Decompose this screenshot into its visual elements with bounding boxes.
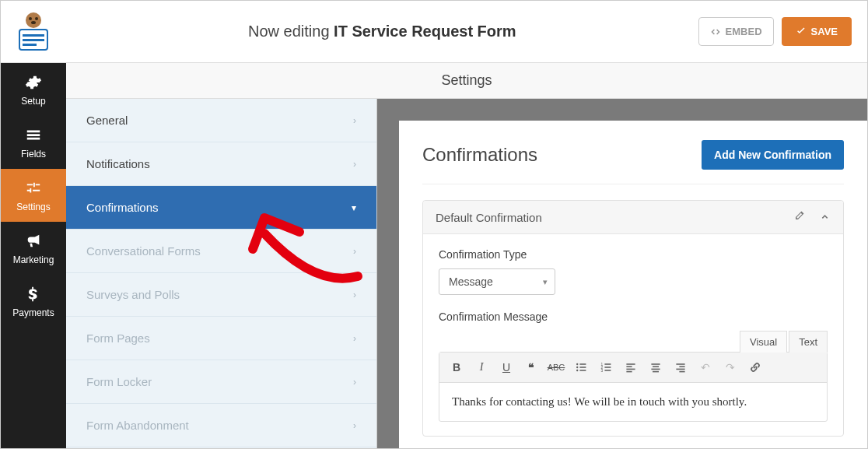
add-confirmation-button[interactable]: Add New Confirmation [702, 140, 844, 170]
confirmation-type-label: Confirmation Type [439, 248, 828, 261]
leftnav-item-label: Marketing [13, 254, 54, 265]
editing-title: Now editing IT Service Request Form [66, 23, 698, 40]
card-title: Default Confirmation [436, 211, 542, 224]
svg-rect-29 [679, 366, 684, 367]
editor-tab-visual[interactable]: Visual [740, 331, 787, 353]
underline-button[interactable]: U [495, 357, 517, 377]
svg-rect-21 [626, 366, 632, 367]
save-button[interactable]: SAVE [782, 17, 852, 46]
settings-item-label: Notifications [86, 157, 150, 170]
svg-point-12 [576, 370, 578, 371]
collapse-button[interactable] [819, 210, 831, 224]
settings-item-surveys-polls[interactable]: Surveys and Polls › [66, 273, 376, 317]
editor-toolbar: B I U ❝ ABC 123 [439, 353, 827, 383]
editor-content[interactable]: Thanks for contacting us! We will be in … [439, 383, 827, 421]
leftnav-item-payments[interactable]: Payments [1, 275, 66, 328]
svg-point-8 [576, 363, 578, 365]
settings-item-notifications[interactable]: Notifications › [66, 142, 376, 186]
svg-rect-11 [579, 367, 586, 368]
ol-button[interactable]: 123 [595, 357, 617, 377]
link-icon [749, 361, 761, 374]
italic-button[interactable]: I [471, 357, 492, 377]
settings-column: General › Notifications › Confirmations … [66, 99, 377, 449]
svg-rect-31 [679, 371, 684, 373]
settings-item-general[interactable]: General › [66, 99, 376, 142]
leftnav-item-setup[interactable]: Setup [1, 63, 66, 116]
topbar: Now editing IT Service Request Form EMBE… [1, 1, 867, 63]
wpforms-logo-icon [10, 11, 57, 53]
svg-rect-15 [604, 363, 611, 365]
panel-titlebar: Confirmations Add New Confirmation [422, 140, 844, 184]
top-actions: EMBED SAVE [698, 17, 867, 46]
content-column: Confirmations Add New Confirmation Defau… [377, 99, 867, 449]
leftnav-item-settings[interactable]: Settings [1, 169, 66, 222]
svg-text:3: 3 [601, 369, 604, 373]
svg-rect-26 [651, 369, 660, 370]
panel-title: Confirmations [422, 144, 537, 166]
ol-icon: 123 [600, 361, 612, 374]
settings-item-label: Form Locker [86, 375, 152, 388]
editor-tab-text[interactable]: Text [789, 331, 828, 353]
confirmations-panel: Confirmations Add New Confirmation Defau… [399, 121, 867, 449]
leftnav-item-fields[interactable]: Fields [1, 116, 66, 169]
leftnav: Setup Fields Settings Marketing Payments [1, 63, 66, 449]
list-icon [25, 127, 42, 144]
settings-header-row: Settings [66, 63, 867, 99]
settings-item-label: Confirmations [86, 201, 159, 214]
align-left-button[interactable] [620, 357, 642, 377]
form-name: IT Service Request Form [334, 23, 516, 40]
align-right-icon [674, 361, 687, 374]
chevron-up-icon [819, 210, 831, 222]
chevron-right-icon: › [353, 246, 356, 257]
align-center-button[interactable] [645, 357, 667, 377]
editor: B I U ❝ ABC 123 [439, 352, 828, 422]
svg-rect-20 [626, 363, 635, 365]
settings-item-label: Surveys and Polls [86, 288, 180, 301]
quote-button[interactable]: ❝ [520, 357, 542, 377]
undo-button[interactable]: ↶ [695, 357, 716, 377]
strike-button[interactable]: ABC [545, 357, 567, 377]
svg-point-0 [26, 12, 41, 28]
gear-icon [25, 74, 42, 91]
svg-rect-27 [653, 371, 659, 373]
settings-item-conversational-forms[interactable]: Conversational Forms › [66, 230, 376, 273]
svg-rect-19 [604, 370, 611, 371]
confirmation-type-select[interactable]: Message [439, 268, 555, 295]
pencil-icon [793, 210, 805, 222]
app-logo [1, 1, 66, 63]
settings-item-label: Form Pages [86, 331, 150, 345]
bold-button[interactable]: B [446, 357, 467, 377]
leftnav-item-marketing[interactable]: Marketing [1, 222, 66, 275]
save-label: SAVE [811, 26, 838, 37]
check-icon [796, 26, 807, 37]
settings-title: Settings [66, 63, 867, 99]
svg-rect-5 [23, 34, 44, 37]
align-right-button[interactable] [670, 357, 691, 377]
embed-button[interactable]: EMBED [698, 17, 774, 46]
svg-rect-7 [23, 44, 37, 46]
link-button[interactable] [744, 357, 766, 377]
settings-item-form-locker[interactable]: Form Locker › [66, 360, 376, 404]
align-left-icon [625, 361, 637, 374]
chevron-right-icon: › [353, 377, 356, 388]
sliders-icon [25, 180, 42, 197]
leftnav-item-label: Setup [21, 96, 45, 107]
settings-item-form-pages[interactable]: Form Pages › [66, 317, 376, 360]
svg-rect-17 [604, 367, 611, 368]
settings-item-confirmations[interactable]: Confirmations ▾ [66, 186, 376, 230]
editor-tabs: Visual Text [439, 331, 828, 353]
dollar-icon [25, 286, 42, 303]
workspace: Setup Fields Settings Marketing Payments… [1, 63, 867, 449]
embed-label: EMBED [726, 26, 762, 37]
confirmation-card: Default Confirmation Con [422, 200, 844, 437]
body-columns: General › Notifications › Confirmations … [66, 99, 867, 449]
settings-list: General › Notifications › Confirmations … [66, 99, 376, 449]
chevron-right-icon: › [353, 333, 356, 344]
redo-button[interactable]: ↷ [719, 357, 741, 377]
svg-point-10 [576, 367, 578, 368]
edit-button[interactable] [793, 210, 805, 224]
editing-prefix: Now editing [248, 23, 330, 40]
ul-button[interactable] [570, 357, 592, 377]
bullhorn-icon [25, 233, 42, 250]
settings-item-form-abandonment[interactable]: Form Abandonment › [66, 404, 376, 447]
